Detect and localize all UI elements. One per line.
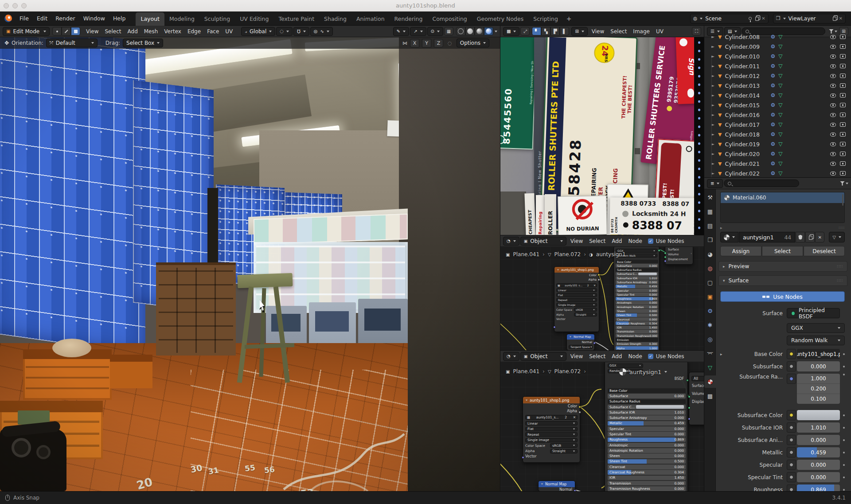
object-name[interactable]: Cylinder.022 — [725, 170, 767, 177]
hide-viewport-icon[interactable] — [830, 55, 836, 59]
socket-button[interactable] — [787, 484, 796, 491]
hide-viewport-icon[interactable] — [830, 142, 836, 146]
proportional-editing-dropdown[interactable]: ◎∿ — [310, 27, 333, 36]
workspace-tab[interactable]: Layout — [136, 12, 164, 26]
material-slot[interactable]: Material.060 — [721, 192, 844, 203]
viewport-menu-item[interactable]: Mesh — [141, 28, 161, 35]
shader-menu-item[interactable]: View — [567, 353, 586, 359]
assign-button[interactable]: Assign — [720, 246, 761, 256]
shader-menu-item[interactable]: Select — [586, 238, 609, 244]
texture-field[interactable]: aunty101_shop1.png — [797, 349, 840, 359]
outliner-row[interactable]: ► ▼ Cylinder.009 ⚙ ▽ — [704, 42, 851, 51]
socket-button[interactable] — [787, 374, 796, 384]
shading-solid-button[interactable] — [465, 27, 475, 35]
remove-viewlayer-icon[interactable]: ✕ — [839, 16, 843, 21]
bsdf-input-row[interactable]: Sheen Tint 0.500 — [608, 459, 686, 464]
animate-dot[interactable] — [843, 439, 845, 441]
topbar-menu-item[interactable]: Render — [51, 14, 79, 23]
object-name[interactable]: Cylinder.018 — [725, 131, 767, 138]
disable-render-icon[interactable] — [840, 113, 846, 117]
mirror-y-button[interactable]: Y — [422, 39, 431, 47]
value-slider[interactable]: 0.869 — [797, 484, 840, 491]
object-name[interactable]: Cylinder.009 — [725, 43, 767, 50]
topbar-menu-item[interactable]: Help — [109, 14, 130, 23]
editor-type-dropdown[interactable]: ◔ — [503, 237, 519, 246]
outliner-row[interactable]: ► ▼ Cylinder.013 ⚙ ▽ — [704, 81, 851, 90]
distribution-dropdown[interactable]: GGX — [787, 323, 845, 333]
bsdf-input-row[interactable]: Clearcoat Roughness 0.304 — [616, 321, 658, 325]
animate-dot[interactable] — [843, 464, 845, 466]
topbar-menu-item[interactable]: File — [16, 14, 33, 23]
texture-image[interactable]: Repairing | Servicing | New Sh 85445560 … — [500, 37, 704, 235]
hide-viewport-icon[interactable] — [830, 152, 836, 156]
viewport-menu-item[interactable]: Face — [204, 28, 222, 35]
proportional-falloff-icon[interactable]: ◌ — [448, 40, 452, 46]
socket-button[interactable] — [787, 472, 796, 482]
socket-button[interactable] — [787, 361, 796, 371]
normal-map-node[interactable]: Normal Map Normal — [538, 481, 575, 491]
bsdf-input-row[interactable]: Anisotropic 0.000 — [616, 301, 658, 305]
viewport-3d[interactable]: ▣Edit Mode ViewSelectAddMeshVertexEdgeFa… — [0, 26, 500, 491]
socket-button[interactable] — [787, 435, 796, 445]
viewlayer-selector[interactable]: ❒ ViewLayer ✕ — [773, 14, 846, 23]
uv-vertex-mode-button[interactable]: ▘ — [532, 27, 541, 35]
bsdf-input-row[interactable]: Sheen 0.000 — [608, 453, 686, 458]
topbar-menu-item[interactable]: Edit — [33, 14, 51, 23]
bsdf-input-row[interactable]: Transmission 0.000 — [608, 481, 686, 486]
shader-editor-1[interactable]: ◔ ▣Object ViewSelectAddNode ✓Use Nodes ▣… — [500, 235, 704, 350]
shader-type-dropdown[interactable]: ▣Object — [520, 352, 566, 361]
editor-type-dropdown[interactable]: ◔ — [503, 352, 519, 361]
orientation-value-dropdown[interactable]: ⤱Default — [46, 39, 98, 47]
expand-icon[interactable]: ► — [711, 122, 715, 127]
workspace-tab[interactable]: Scripting — [528, 12, 563, 26]
surface-shader-menu[interactable]: Principled BSDF — [787, 308, 840, 318]
material-output-node[interactable]: Surface Volume Displacement ‹ — [665, 245, 693, 265]
topbar-menu-item[interactable]: Window — [79, 14, 109, 23]
shading-wireframe-button[interactable] — [456, 27, 465, 35]
workspace-tab[interactable]: Rendering — [390, 12, 428, 26]
bsdf-input-row[interactable]: IOR 1.450 — [608, 476, 686, 481]
tab-modifiers[interactable]: ⚙ — [704, 305, 716, 317]
surface-panel-header[interactable]: ▾Surface∷∷ — [718, 275, 847, 286]
disable-render-icon[interactable] — [840, 83, 846, 88]
expand-icon[interactable]: ► — [711, 44, 715, 49]
outliner-row[interactable]: ► ▼ Cylinder.010 ⚙ ▽ — [704, 51, 851, 61]
socket-button[interactable] — [787, 410, 796, 420]
expand-icon[interactable]: ► — [711, 161, 715, 166]
editor-type-dropdown[interactable]: ▩ — [503, 27, 519, 36]
editor-type-dropdown[interactable]: ≣ — [707, 179, 723, 188]
animate-dot[interactable] — [843, 489, 845, 491]
disable-render-icon[interactable] — [840, 44, 846, 49]
animate-dot[interactable] — [843, 366, 845, 367]
workspace-tab[interactable]: Texture Paint — [273, 12, 319, 26]
bsdf-input-row[interactable]: Subsurface C... — [616, 272, 658, 276]
scrollbar[interactable] — [842, 194, 843, 206]
expand-icon[interactable]: ► — [711, 132, 715, 137]
annotate-tool-dropdown[interactable]: ✎ — [393, 27, 409, 36]
bsdf-input-row[interactable]: Transmission 0.000 — [616, 330, 658, 333]
hide-viewport-icon[interactable] — [830, 94, 836, 98]
subsurface-method-dropdown[interactable]: Random Walk — [787, 336, 845, 345]
disable-render-icon[interactable] — [840, 54, 846, 59]
bsdf-input-row[interactable]: Specular Tint 0.000 — [608, 432, 686, 437]
expand-icon[interactable]: ► — [711, 74, 715, 78]
viewport-menu-item[interactable]: View — [83, 28, 101, 35]
object-name[interactable]: Cylinder.016 — [725, 112, 767, 118]
uv-sync-icon[interactable]: ⤢ — [520, 27, 530, 35]
animate-dot[interactable] — [843, 414, 845, 416]
bsdf-input-row[interactable]: Subsurface Radius — [616, 268, 658, 272]
animate-dot[interactable] — [843, 477, 845, 478]
expand-icon[interactable]: ▸ — [720, 226, 722, 230]
socket-button[interactable] — [787, 447, 796, 457]
disable-render-icon[interactable] — [840, 152, 846, 156]
xray-toggle-button[interactable]: ▦ — [444, 27, 453, 35]
browse-material-dropdown[interactable] — [720, 232, 738, 242]
shader-menu-item[interactable]: Node — [625, 353, 645, 359]
bsdf-input-row[interactable]: Metallic 0.459 — [616, 285, 658, 288]
bsdf-input-row[interactable]: Base Color — [608, 388, 686, 393]
deselect-button[interactable]: Deselect — [804, 246, 845, 256]
preview-panel-header[interactable]: ▸Preview∷∷ — [718, 261, 847, 272]
outliner-row[interactable]: ► ▼ Cylinder.021 ⚙ ▽ — [704, 159, 851, 168]
object-name[interactable]: Cylinder.010 — [725, 53, 767, 60]
bsdf-input-row[interactable]: Sheen Tint 0.500 — [616, 313, 658, 317]
